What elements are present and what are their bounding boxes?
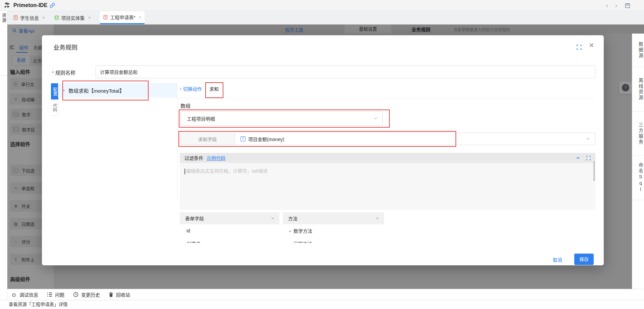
field-row-creator[interactable]: 创建者 <box>180 237 279 243</box>
debug-info-button[interactable]: 调试信息 <box>11 291 38 298</box>
collapse-up-icon[interactable] <box>576 156 580 160</box>
resource-rail-label: 资源 <box>0 13 7 23</box>
back-chevron-icon: ‹ <box>180 86 181 91</box>
nav-back-button[interactable]: ‹ <box>606 3 608 8</box>
app-logo-icon <box>3 2 11 9</box>
close-icon[interactable]: ✕ <box>589 42 594 49</box>
rail-divider <box>0 76 7 76</box>
business-rules-modal: 业务规则 ✕ *规则名称 配置 代码 + 数组求和【moneyTotal】 ‹ … <box>42 35 604 265</box>
editor-placeholder: 编辑表达式支持空格，计算符，tab缩进 <box>186 168 268 174</box>
array-select-value: 工程项目明细 <box>187 115 373 122</box>
app-title: Primeton-IDE <box>13 2 47 8</box>
link-icon[interactable] <box>50 3 55 8</box>
sum-field-row: 求和字段 T 项目金额(money) <box>180 133 595 145</box>
editor-scrollbar[interactable] <box>593 161 595 181</box>
text-cursor <box>184 169 185 174</box>
tab-label: 学生信息 <box>20 14 39 21</box>
tab-student-info[interactable]: 学生信息 × <box>10 11 48 24</box>
chevron-down-icon <box>373 116 378 121</box>
modal-dim-overlay-right <box>632 25 644 34</box>
title-bar: Primeton-IDE ‹ › <box>0 0 644 11</box>
required-asterisk: * <box>52 70 54 76</box>
rail-item-offline-resources[interactable]: 离线资源 <box>632 67 644 112</box>
change-history-button[interactable]: 变更历史 <box>73 291 100 298</box>
form-fields-panel: 表单字段 id 创建者 <box>180 212 279 243</box>
methods-header[interactable]: 方法 <box>283 212 384 224</box>
text-type-icon: T <box>240 136 246 141</box>
rail-item-named-sql[interactable]: 命名Sql <box>632 156 644 200</box>
filter-condition-header: 过滤条件 示例代码 <box>180 153 595 163</box>
method-row-date[interactable]: ▸日期方法 <box>283 237 384 243</box>
resource-rail[interactable]: 资源 <box>0 11 7 300</box>
close-tab-icon[interactable]: × <box>88 15 91 20</box>
right-rail: 数据源 离线资源 三方服务 命名Sql <box>632 34 644 300</box>
tab-label: 项目实体集 <box>61 14 85 21</box>
array-select[interactable]: 工程项目明细 <box>180 111 383 126</box>
problems-button[interactable]: 问题 <box>47 291 64 298</box>
save-button[interactable]: 保存 <box>574 254 594 265</box>
form-fields-header[interactable]: 表单字段 <box>180 212 279 224</box>
close-tab-icon[interactable]: × <box>139 15 142 20</box>
status-bar: 查看资源「工程申请表」详情 <box>0 300 644 309</box>
switch-action-link[interactable]: ‹ 切换动作 <box>180 85 202 92</box>
chevron-down-icon <box>271 216 275 220</box>
rail-item-third-party-services[interactable]: 三方服务 <box>632 112 644 156</box>
method-row-math[interactable]: ▸数学方法 <box>283 224 384 237</box>
config-tab[interactable]: 配置 <box>51 83 58 99</box>
sum-field-select[interactable]: T 项目金额(money) <box>235 133 595 145</box>
trash-icon <box>109 292 113 297</box>
field-row-id[interactable]: id <box>180 224 279 237</box>
recycle-bin-button[interactable]: 回收站 <box>109 291 130 298</box>
expression-helper-panels: 表单字段 id 创建者 方法 ▸数学方法 ▸日期方法 <box>180 212 595 243</box>
tab-project-application-form[interactable]: 工程申请表* × <box>100 11 145 24</box>
methods-panel: 方法 ▸数学方法 ▸日期方法 <box>283 212 384 243</box>
code-tab[interactable]: 代码 <box>51 99 58 116</box>
filter-expression-editor[interactable]: 编辑表达式支持空格，计算符，tab缩进 <box>180 163 595 210</box>
fullscreen-icon[interactable] <box>577 45 582 50</box>
sum-action-tab[interactable]: 求和 <box>209 85 219 92</box>
expand-plus-icon[interactable]: + <box>62 88 65 93</box>
expand-arrow-icon[interactable]: ▸ <box>289 242 291 243</box>
expand-arrow-icon[interactable]: ▸ <box>289 229 291 233</box>
entity-icon <box>54 15 59 20</box>
bottom-tool-bar: 调试信息 问题 变更历史 回收站 <box>7 289 644 300</box>
section-divider <box>177 98 595 98</box>
sum-field-label: 求和字段 <box>180 133 235 145</box>
sample-code-link[interactable]: 示例代码 <box>207 154 225 161</box>
rail-item-datasource[interactable]: 数据源 <box>632 34 644 67</box>
nav-forward-button[interactable]: › <box>615 3 617 8</box>
tab-label: 工程申请表* <box>110 14 135 20</box>
chevron-down-icon <box>375 216 379 220</box>
rule-name-input[interactable] <box>96 65 595 78</box>
expand-editor-icon[interactable] <box>586 156 591 160</box>
status-text: 查看资源「工程申请表」详情 <box>9 302 68 307</box>
rule-name-label: *规则名称 <box>52 69 75 76</box>
modal-title: 业务规则 <box>53 43 77 51</box>
cancel-button[interactable]: 取消 <box>553 256 562 263</box>
array-label: 数组 <box>180 102 191 109</box>
list-icon <box>47 292 52 297</box>
panel-divider <box>177 82 177 199</box>
filter-condition-label: 过滤条件 <box>184 154 203 161</box>
form-icon <box>103 15 108 20</box>
rule-item-label: 数组求和【moneyTotal】 <box>68 87 124 94</box>
save-file-icon[interactable] <box>625 3 631 9</box>
rule-list-item-array-sum[interactable]: + 数组求和【moneyTotal】 <box>58 83 177 98</box>
debug-icon <box>11 292 17 298</box>
form-icon <box>13 15 18 20</box>
tab-project-entity-set[interactable]: 项目实体集 × <box>51 11 94 24</box>
editor-tab-bar: 学生信息 × 项目实体集 × 工程申请表* × <box>7 11 644 25</box>
close-tab-icon[interactable]: × <box>42 15 45 20</box>
clock-icon <box>73 292 78 297</box>
sum-field-value: 项目金额(money) <box>248 136 583 142</box>
chevron-down-icon <box>586 137 590 141</box>
